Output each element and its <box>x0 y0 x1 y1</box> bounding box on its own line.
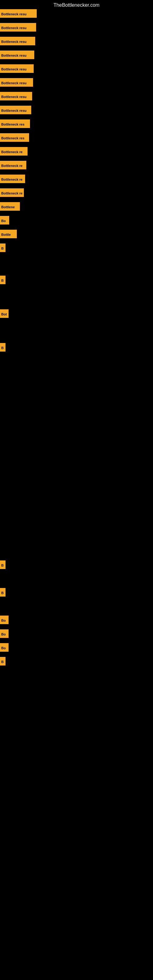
bar-label-11: Bottleneck re <box>0 147 27 156</box>
bar-label-16: Bo <box>0 216 9 224</box>
bar-item-20: Bot <box>0 309 9 318</box>
bar-label-5: Bottleneck resu <box>0 64 33 73</box>
bar-label-8: Bottleneck resu <box>0 106 31 114</box>
bar-item-21: B <box>0 343 5 352</box>
bar-item-16: Bo <box>0 216 9 224</box>
bar-item-6: Bottleneck resu <box>0 78 33 87</box>
bar-label-12: Bottleneck re <box>0 161 26 169</box>
bar-item-4: Bottleneck resu <box>0 51 34 59</box>
bar-label-6: Bottleneck resu <box>0 78 33 87</box>
bar-item-24: Bo <box>0 616 9 624</box>
bar-label-7: Bottleneck resu <box>0 92 32 100</box>
bar-label-9: Bottleneck res <box>0 119 30 128</box>
bar-item-5: Bottleneck resu <box>0 64 33 73</box>
bar-label-23: B <box>0 588 5 597</box>
bar-item-3: Bottleneck resu <box>0 37 35 45</box>
bar-label-3: Bottleneck resu <box>0 37 35 45</box>
bar-item-26: Bo <box>0 643 9 652</box>
bar-item-27: B <box>0 657 5 665</box>
bar-label-22: B <box>0 560 5 569</box>
bar-item-22: B <box>0 560 5 569</box>
bar-item-9: Bottleneck res <box>0 119 30 128</box>
bar-item-15: Bottlene <box>0 202 20 211</box>
bar-label-24: Bo <box>0 616 9 624</box>
bar-item-14: Bottleneck re <box>0 188 24 197</box>
bar-label-25: Bo <box>0 629 9 638</box>
bar-item-1: Bottleneck resu <box>0 9 37 18</box>
bar-item-25: Bo <box>0 629 9 638</box>
bar-item-8: Bottleneck resu <box>0 106 31 114</box>
bar-item-11: Bottleneck re <box>0 147 27 156</box>
bar-label-17: Bottle <box>0 230 17 238</box>
bar-label-10: Bottleneck res <box>0 133 29 142</box>
bar-label-2: Bottleneck resu <box>0 23 36 32</box>
bar-label-15: Bottlene <box>0 202 20 211</box>
bar-label-26: Bo <box>0 643 9 652</box>
bar-item-13: Bottleneck re <box>0 175 25 183</box>
bar-item-23: B <box>0 588 5 597</box>
bar-label-4: Bottleneck resu <box>0 51 34 59</box>
bar-item-18: B <box>0 243 5 252</box>
bar-label-14: Bottleneck re <box>0 188 24 197</box>
bar-label-20: Bot <box>0 309 9 318</box>
bar-label-21: B <box>0 343 5 352</box>
bar-label-1: Bottleneck resu <box>0 9 37 18</box>
bar-item-2: Bottleneck resu <box>0 23 36 32</box>
bar-item-7: Bottleneck resu <box>0 92 32 100</box>
bar-label-27: B <box>0 657 5 665</box>
bar-label-18: B <box>0 243 5 252</box>
bar-item-17: Bottle <box>0 230 17 238</box>
bar-item-12: Bottleneck re <box>0 161 26 169</box>
bar-item-19: B <box>0 275 5 284</box>
site-title: TheBottlenecker.com <box>0 0 153 10</box>
bar-label-13: Bottleneck re <box>0 175 25 183</box>
bar-label-19: B <box>0 275 5 284</box>
bar-item-10: Bottleneck res <box>0 133 29 142</box>
